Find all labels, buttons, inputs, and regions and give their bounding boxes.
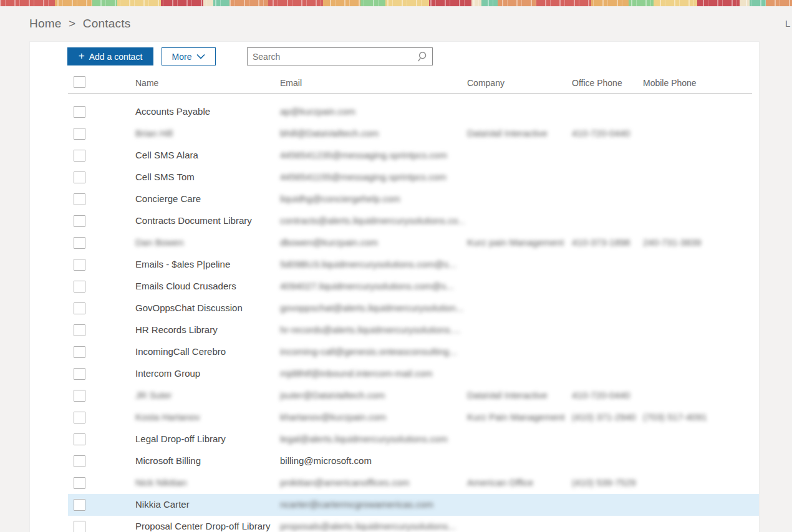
row-checkbox[interactable] (74, 390, 85, 402)
column-header-company[interactable]: Company (467, 78, 505, 88)
column-header-name[interactable]: Name (135, 78, 158, 88)
contact-name[interactable]: Brian Hill (135, 128, 276, 138)
contact-name[interactable]: Cell SMS Tom (135, 172, 276, 182)
row-checkbox[interactable] (74, 302, 85, 314)
decorative-banner (0, 0, 792, 6)
table-row[interactable]: Dan Bowen dbowen@kurzpain.com Kurz pain … (68, 232, 760, 254)
contact-name[interactable]: Kosta Hartanov (135, 412, 276, 422)
contact-email: pnikitian@americanoffices.com (280, 477, 465, 488)
contact-email: jsuter@DataVailtech.com (280, 390, 465, 400)
contact-name[interactable]: Dan Bowen (135, 237, 276, 248)
contact-name[interactable]: Intercom Group (135, 368, 276, 379)
contact-company: Kurz pain Management (467, 237, 568, 248)
contact-office-phone: (410) 371-2940 (572, 412, 640, 422)
row-checkbox[interactable] (74, 521, 85, 532)
contact-name[interactable]: Nick Nikitian (135, 477, 276, 488)
contact-email: khartanov@kurzpain.com (280, 412, 465, 422)
contact-email: 5d09BU3.liquidmercurysolutions.com@s... (280, 259, 465, 269)
contacts-panel: + Add a contact More Name Email Company … (29, 41, 760, 532)
table-row[interactable]: JR Suter jsuter@DataVailtech.com DataVai… (68, 385, 760, 407)
table-row[interactable]: Proposal Center Drop-off Library proposa… (68, 516, 760, 532)
contact-name[interactable]: Concierge Care (135, 193, 276, 204)
contact-office-phone: 410-373-1898 (572, 237, 640, 248)
row-checkbox[interactable] (74, 433, 85, 445)
contact-email: incoming-call@genesis.onteasconsulting..… (280, 346, 465, 357)
contact-name[interactable]: Nikkia Carter (135, 499, 276, 510)
column-header-email[interactable]: Email (280, 78, 302, 88)
contact-email: liquidhg@conciergehelp.com (280, 193, 465, 204)
table-row[interactable]: Legal Drop-off Library legal@alerts.liqu… (68, 428, 760, 450)
contact-name[interactable]: Accounts Payable (135, 106, 276, 117)
table-row[interactable]: Microsoft Billing billing@microsoft.com (68, 450, 760, 472)
table-row[interactable]: Nick Nikitian pnikitian@americanoffices.… (68, 472, 760, 494)
search-icon[interactable] (418, 51, 428, 62)
table-row[interactable]: Cell SMS Tom 4456541155@messaging.sprint… (68, 167, 760, 188)
contact-company: DataVail Interactive (467, 128, 568, 138)
contact-name[interactable]: IncomingCall Cerebro (135, 346, 276, 357)
search-box (247, 47, 433, 65)
table-row[interactable]: Contracts Document Library contracts@ale… (68, 210, 760, 232)
table-row[interactable]: IncomingCall Cerebro incoming-call@genes… (68, 341, 760, 363)
column-header-mobile-phone[interactable]: Mobile Phone (643, 78, 697, 88)
table-body: Accounts Payable ap@kurzpain.com Brian H… (68, 101, 760, 532)
row-checkbox[interactable] (74, 455, 85, 467)
contact-email: bhill@DataVailtech.com (280, 128, 465, 138)
contact-email: govoppschat@alerts.liquidmercurysolution… (280, 302, 465, 313)
row-checkbox[interactable] (74, 215, 85, 227)
select-all-checkbox[interactable] (74, 76, 85, 88)
row-checkbox[interactable] (74, 477, 85, 489)
contact-office-phone: 410-720-0440 (572, 390, 640, 400)
table-row[interactable]: Intercom Group mjd8htf@inbound.intercom-… (68, 363, 760, 385)
table-row[interactable]: GovOppsChat Discussion govoppschat@alert… (68, 297, 760, 319)
column-header-office-phone[interactable]: Office Phone (572, 78, 622, 88)
contact-name[interactable]: Contracts Document Library (135, 215, 276, 226)
row-checkbox[interactable] (74, 499, 85, 511)
row-checkbox[interactable] (74, 324, 85, 336)
contacts-table: Name Email Company Office Phone Mobile P… (68, 73, 760, 532)
row-checkbox[interactable] (74, 193, 85, 205)
contact-name[interactable]: Cell SMS Alara (135, 150, 276, 160)
table-row[interactable]: Accounts Payable ap@kurzpain.com (68, 101, 760, 123)
breadcrumb-home[interactable]: Home (29, 17, 61, 30)
table-row[interactable]: Emails - $ales P|peline 5d09BU3.liquidme… (68, 254, 760, 276)
more-label: More (172, 52, 192, 62)
table-row[interactable]: Nikkia Carter ncarter@cartermcgrowameric… (68, 494, 760, 516)
contact-email: proposals@alerts.liquidmercurysolutions.… (280, 521, 465, 531)
contact-email: 4094027.liquidmercurysolutions.com@s... (280, 281, 465, 291)
row-checkbox[interactable] (74, 237, 85, 249)
contact-email: ncarter@cartermcgrowamericas.com (280, 499, 465, 510)
more-button[interactable]: More (162, 47, 216, 65)
contact-name[interactable]: Legal Drop-off Library (135, 433, 276, 444)
row-checkbox[interactable] (74, 412, 85, 423)
contact-name[interactable]: Emails - $ales P|peline (135, 259, 276, 269)
add-contact-button[interactable]: + Add a contact (67, 47, 153, 65)
search-input[interactable] (247, 47, 433, 65)
contact-email: contracts@alerts.liquidmercurysolutions.… (280, 215, 465, 226)
table-row[interactable]: Brian Hill bhill@DataVailtech.com DataVa… (68, 123, 760, 145)
table-row[interactable]: Concierge Care liquidhg@conciergehelp.co… (68, 188, 760, 210)
contact-email: 4456541155@messaging.sprintpcs.com (280, 172, 465, 182)
contact-name[interactable]: GovOppsChat Discussion (135, 302, 276, 313)
contact-name[interactable]: JR Suter (135, 390, 276, 400)
contact-name[interactable]: HR Records Library (135, 324, 276, 335)
row-checkbox[interactable] (74, 346, 85, 358)
contact-name[interactable]: Proposal Center Drop-off Library (135, 521, 276, 531)
contact-email: hr-records@alerts.liquidmercurysolutions… (280, 324, 465, 335)
table-row[interactable]: Kosta Hartanov khartanov@kurzpain.com Ku… (68, 407, 760, 428)
toolbar: + Add a contact More (30, 42, 759, 70)
table-row[interactable]: HR Records Library hr-records@alerts.liq… (68, 319, 760, 341)
row-checkbox[interactable] (74, 128, 85, 140)
add-contact-label: Add a contact (89, 52, 143, 62)
row-checkbox[interactable] (74, 281, 85, 293)
contact-email: dbowen@kurzpain.com (280, 237, 465, 248)
contact-name[interactable]: Microsoft Billing (135, 455, 276, 466)
row-checkbox[interactable] (74, 106, 85, 118)
row-checkbox[interactable] (74, 368, 85, 380)
row-checkbox[interactable] (74, 172, 85, 183)
row-checkbox[interactable] (74, 150, 85, 162)
contact-name[interactable]: Emails Cloud Crusaders (135, 281, 276, 291)
row-checkbox[interactable] (74, 259, 85, 271)
table-row[interactable]: Emails Cloud Crusaders 4094027.liquidmer… (68, 276, 760, 297)
table-row[interactable]: Cell SMS Alara 4456541235@messaging.spri… (68, 145, 760, 167)
breadcrumb-current[interactable]: Contacts (83, 17, 131, 30)
